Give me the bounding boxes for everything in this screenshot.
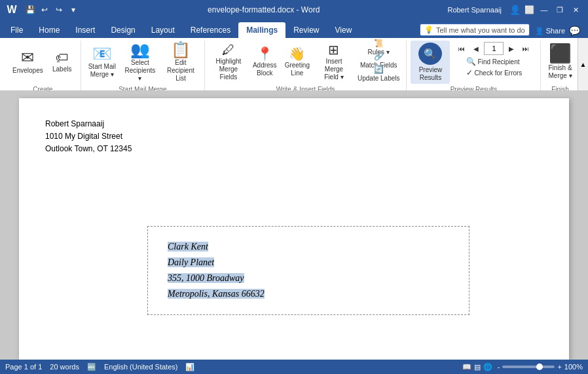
label-icon: 🏷 <box>56 51 69 64</box>
tab-view[interactable]: View <box>327 22 360 38</box>
tell-me-text: Tell me what you want to do <box>436 26 525 34</box>
nav-next-button[interactable]: ▶ <box>505 42 518 55</box>
ribbon-group-start-mail-merge: 📧 Start MailMerge ▾ 👥 SelectRecipients ▾… <box>81 41 205 95</box>
envelopes-button[interactable]: ✉ Envelopes <box>9 41 46 84</box>
check-errors-label: Check for Errors <box>475 69 523 77</box>
tab-layout[interactable]: Layout <box>143 22 183 38</box>
preview-buttons: 🔍 PreviewResults ⏮ ◀ ▶ ⏭ 🔍 <box>411 41 536 84</box>
nav-last-button[interactable]: ⏭ <box>519 42 532 55</box>
view-print-button[interactable]: ▤ <box>474 363 481 371</box>
word-count: 20 words <box>50 363 79 371</box>
labels-button[interactable]: 🏷 Labels <box>48 41 77 84</box>
highlight-label: HighlightMerge Fields <box>212 58 245 81</box>
ribbon-tabs: File Home Insert Design Layout Reference… <box>0 20 588 38</box>
insert-merge-icon: ⊞ <box>328 43 339 56</box>
view-read-button[interactable]: 📖 <box>462 363 471 371</box>
name-highlight: Clark Kent <box>168 242 208 252</box>
address-block-button[interactable]: 📍 AddressBlock <box>249 41 280 84</box>
zoom-out-button[interactable]: - <box>498 363 500 371</box>
tab-design[interactable]: Design <box>103 22 143 38</box>
start-mail-merge-buttons: 📧 Start MailMerge ▾ 👥 SelectRecipients ▾… <box>85 41 200 84</box>
document-area: Robert Sparnaaij 1010 My Digital Street … <box>0 90 588 360</box>
find-recipient-button[interactable]: 🔍 Find Recipient <box>464 56 524 67</box>
zoom-level: 100% <box>564 363 583 371</box>
match-fields-icon: 🔗 <box>374 52 384 61</box>
close-button[interactable]: ✕ <box>568 3 583 17</box>
update-labels-button[interactable]: 🔄 Update Labels <box>355 67 403 80</box>
envelope-delivery-area: Clark Kent Daily Planet 355, 1000 Broadw… <box>147 226 469 315</box>
proofing-icon: 🔤 <box>87 363 96 371</box>
delivery-address: Clark Kent Daily Planet 355, 1000 Broadw… <box>168 239 265 301</box>
delivery-company: Daily Planet <box>168 255 265 271</box>
write-insert-buttons: 🖊 HighlightMerge Fields 📍 AddressBlock 👋… <box>209 41 403 84</box>
preview-icon: 🔍 <box>418 43 442 65</box>
edit-recipient-list-button[interactable]: 📋 EditRecipient List <box>161 41 200 84</box>
address-block-icon: 📍 <box>257 47 273 60</box>
zoom-thumb[interactable] <box>536 364 543 370</box>
track-changes-icon: 📊 <box>185 363 194 371</box>
select-recipients-button[interactable]: 👥 SelectRecipients ▾ <box>120 41 160 84</box>
status-right: 📖 ▤ 🌐 - + 100% <box>462 363 583 371</box>
find-recipient-icon: 🔍 <box>466 57 476 66</box>
nav-page-input[interactable] <box>484 42 504 55</box>
tab-mailings[interactable]: Mailings <box>238 22 285 38</box>
save-button[interactable]: 💾 <box>24 3 37 16</box>
nav-col: 🔍 Find Recipient ✓ Check for Errors <box>464 56 524 78</box>
highlight-icon: 🖊 <box>222 43 235 56</box>
ribbon-content: ✉ Envelopes 🏷 Labels Create 📧 Start Mail… <box>0 38 588 96</box>
zoom-slider[interactable] <box>502 365 555 368</box>
user-name: Robert Sparnaaij <box>447 6 502 14</box>
undo-button[interactable]: ↩ <box>38 3 51 16</box>
view-buttons: 📖 ▤ 🌐 <box>462 363 492 371</box>
restore-button[interactable]: ❐ <box>553 3 567 17</box>
finish-icon: ⬛ <box>549 45 572 63</box>
ribbon: File Home Insert Design Layout Reference… <box>0 20 588 96</box>
window-title: envelope-formatted.docx - Word <box>80 5 447 14</box>
status-bar: Page 1 of 1 20 words 🔤 English (United S… <box>0 360 588 374</box>
finish-merge-button[interactable]: ⬛ Finish &Merge ▾ <box>545 41 575 84</box>
select-recipients-label: SelectRecipients ▾ <box>124 59 156 83</box>
tab-insert[interactable]: Insert <box>67 22 103 38</box>
nav-prev-button[interactable]: ◀ <box>469 42 483 55</box>
insert-merge-label: Insert MergeField ▾ <box>318 58 350 81</box>
preview-navigation: ⏮ ◀ ▶ ⏭ 🔍 Find Recipient ✓ Check <box>451 41 536 79</box>
redo-button[interactable]: ↪ <box>52 3 65 16</box>
ribbon-display-button[interactable]: ⬜ <box>523 3 536 16</box>
title-bar-controls: Robert Sparnaaij 👤 ⬜ — ❐ ✕ <box>447 3 583 17</box>
title-bar: W 💾 ↩ ↪ ▾ envelope-formatted.docx - Word… <box>0 0 588 20</box>
update-labels-icon: 🔄 <box>374 65 384 74</box>
ribbon-group-create: ✉ Envelopes 🏷 Labels Create <box>5 41 81 95</box>
greeting-label: GreetingLine <box>285 62 310 77</box>
check-errors-button[interactable]: ✓ Check for Errors <box>464 67 524 78</box>
tab-home[interactable]: Home <box>31 22 67 38</box>
word-icon: W <box>5 3 18 16</box>
select-recipients-icon: 👥 <box>130 42 150 58</box>
nav-first-button[interactable]: ⏮ <box>455 42 468 55</box>
preview-results-button[interactable]: 🔍 PreviewResults <box>411 41 450 84</box>
share-button[interactable]: 👤 Share <box>535 27 565 35</box>
start-mail-merge-icon: 📧 <box>92 46 112 62</box>
delivery-street: 355, 1000 Broadway <box>168 271 265 286</box>
greeting-line-button[interactable]: 👋 GreetingLine <box>282 41 313 84</box>
insert-merge-field-button[interactable]: ⊞ Insert MergeField ▾ <box>314 41 354 84</box>
ribbon-scroll-button[interactable]: ▲ <box>578 38 588 90</box>
return-name: Robert Sparnaaij <box>45 118 543 130</box>
tab-review[interactable]: Review <box>285 22 327 38</box>
tell-me-input[interactable]: 💡 Tell me what you want to do <box>420 24 530 36</box>
start-mail-merge-label: Start MailMerge ▾ <box>88 63 116 79</box>
labels-label: Labels <box>52 65 71 73</box>
profile-icon[interactable]: 👤 <box>508 3 521 16</box>
comment-button[interactable]: 💬 <box>569 26 580 36</box>
tab-file[interactable]: File <box>3 22 31 38</box>
zoom-in-button[interactable]: + <box>557 363 561 371</box>
view-web-button[interactable]: 🌐 <box>483 363 492 371</box>
minimize-button[interactable]: — <box>537 3 551 17</box>
edit-recipients-icon: 📋 <box>171 42 191 58</box>
status-left: Page 1 of 1 20 words 🔤 English (United S… <box>5 363 194 371</box>
tab-references[interactable]: References <box>183 22 238 38</box>
start-mail-merge-button[interactable]: 📧 Start MailMerge ▾ <box>85 41 119 84</box>
greeting-icon: 👋 <box>289 47 305 60</box>
ribbon-group-preview: 🔍 PreviewResults ⏮ ◀ ▶ ⏭ 🔍 <box>407 41 541 95</box>
quick-access-more[interactable]: ▾ <box>67 3 80 16</box>
highlight-merge-fields-button[interactable]: 🖊 HighlightMerge Fields <box>209 41 248 84</box>
